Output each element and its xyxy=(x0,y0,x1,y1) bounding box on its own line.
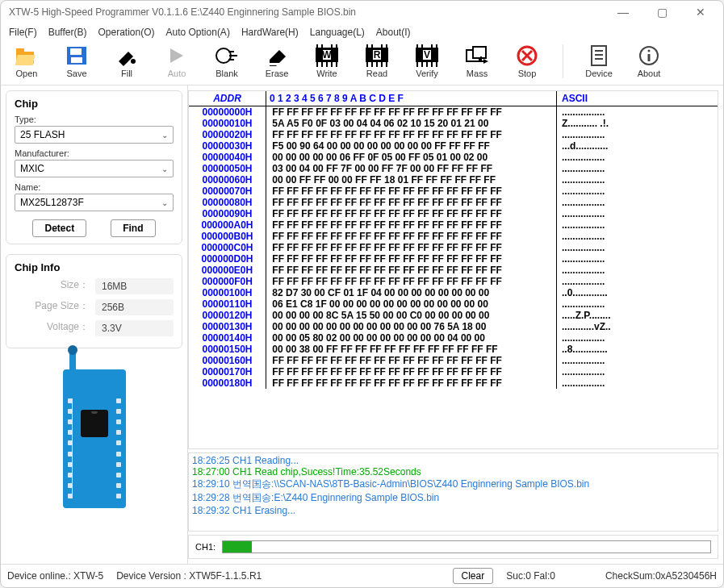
svg-marker-51 xyxy=(483,59,488,64)
hex-row: 00000170H FF FF FF FF FF FF FF FF FF FF … xyxy=(189,366,718,377)
chip-panel: Chip Type: 25 FLASH⌄ Manufacturer: MXIC⌄… xyxy=(6,90,182,244)
chip-heading: Chip xyxy=(15,98,174,110)
close-button[interactable]: ✕ xyxy=(686,6,715,19)
save-icon xyxy=(64,44,90,67)
svg-marker-7 xyxy=(170,48,183,63)
hex-row: 000000C0H FF FF FF FF FF FF FF FF FF FF … xyxy=(189,242,718,253)
hex-viewer[interactable]: ADDR 0 1 2 3 4 5 6 7 8 9 A B C D E F ASC… xyxy=(188,90,718,449)
menu-item[interactable]: Operation(O) xyxy=(98,27,154,38)
menu-item[interactable]: About(I) xyxy=(376,27,411,38)
status-checksum: CheckSum:0xA5230456H xyxy=(605,570,717,582)
hex-row: 00000050H 03 00 04 00 FF 7F 00 00 FF 7F … xyxy=(189,163,718,174)
svg-rect-5 xyxy=(71,57,82,63)
svg-rect-1 xyxy=(16,48,24,53)
about-button[interactable]: About xyxy=(631,44,667,78)
minimize-button[interactable]: — xyxy=(609,6,638,19)
svg-text:W: W xyxy=(322,49,332,60)
progress-bar xyxy=(222,540,711,553)
read-button[interactable]: R Read xyxy=(359,44,395,78)
auto-icon xyxy=(164,44,190,67)
type-select[interactable]: 25 FLASH⌄ xyxy=(15,126,174,144)
svg-rect-12 xyxy=(268,63,279,65)
log-line: 18:27:00 CH1 Read chip,Sucess!Time:35.52… xyxy=(192,466,714,477)
hex-row: 00000070H FF FF FF FF FF FF FF FF FF FF … xyxy=(189,186,718,197)
name-label: Name: xyxy=(15,182,174,192)
chevron-down-icon: ⌄ xyxy=(161,131,168,140)
read-icon: R xyxy=(364,44,390,67)
svg-text:R: R xyxy=(374,49,381,60)
device-icon xyxy=(586,44,612,67)
chip-info-panel: Chip Info Size：16MBPage Size：256BVoltage… xyxy=(6,254,182,348)
verify-button[interactable]: V Verify xyxy=(409,44,445,78)
open-icon xyxy=(14,44,40,67)
maximize-button[interactable]: ▢ xyxy=(647,6,676,19)
menu-item[interactable]: Buffer(B) xyxy=(48,27,87,38)
save-button[interactable]: Save xyxy=(59,44,94,78)
clear-button[interactable]: Clear xyxy=(453,568,494,584)
open-button[interactable]: Open xyxy=(9,44,44,78)
fill-button[interactable]: Fill xyxy=(109,44,144,78)
svg-rect-2 xyxy=(15,55,36,65)
hex-row: 00000180H FF FF FF FF FF FF FF FF FF FF … xyxy=(189,377,718,389)
hex-row: 00000120H 00 00 00 00 8C 5A 15 50 00 00 … xyxy=(189,310,718,321)
hex-row: 00000060H 00 00 FF FF 00 00 FF FF 18 01 … xyxy=(189,174,718,186)
toolbar: OpenSaveFillAutoBlankErase W Write R Rea… xyxy=(1,41,723,85)
detect-button[interactable]: Detect xyxy=(32,219,86,237)
name-select[interactable]: MX25L12873F⌄ xyxy=(15,194,174,211)
svg-rect-4 xyxy=(70,48,82,55)
hex-row: 000000B0H FF FF FF FF FF FF FF FF FF FF … xyxy=(189,231,718,242)
hex-row: 00000000H FF FF FF FF FF FF FF FF FF FF … xyxy=(189,106,718,118)
hex-row: 00000080H FF FF FF FF FF FF FF FF FF FF … xyxy=(189,197,718,208)
stop-button[interactable]: Stop xyxy=(509,44,545,78)
zif-socket-graphic xyxy=(1,353,187,564)
manufacturer-select[interactable]: MXIC⌄ xyxy=(15,160,174,177)
menu-item[interactable]: Language(L) xyxy=(310,27,365,38)
hex-row: 00000140H 00 00 05 80 02 00 00 00 00 00 … xyxy=(189,332,718,344)
stop-icon xyxy=(514,44,540,67)
hex-row: 00000040H 00 00 00 00 00 06 FF 0F 05 00 … xyxy=(189,152,718,163)
svg-text:V: V xyxy=(424,49,430,60)
svg-point-8 xyxy=(216,48,231,63)
hex-row: 00000130H 00 00 00 00 00 00 00 00 00 00 … xyxy=(189,321,718,332)
blank-button[interactable]: Blank xyxy=(209,44,245,78)
erase-button[interactable]: Erase xyxy=(259,44,295,78)
progress-row: CH1: xyxy=(188,535,718,559)
statusbar: Device online.: XTW-5 Device Version : X… xyxy=(1,564,723,587)
verify-icon: V xyxy=(414,44,440,67)
menu-item[interactable]: HardWare(H) xyxy=(241,27,299,38)
hex-row: 000000F0H FF FF FF FF FF FF FF FF FF FF … xyxy=(189,276,718,287)
window-title: XTW-5 High-Speed Programmer V0.1.1.6 E:\… xyxy=(9,6,609,18)
type-label: Type: xyxy=(15,115,174,124)
chip-info-row: Voltage：3.3V xyxy=(15,320,174,336)
menu-item[interactable]: File(F) xyxy=(9,27,37,38)
svg-rect-61 xyxy=(648,54,651,61)
hex-row: 00000030H F5 00 90 64 00 00 00 00 00 00 … xyxy=(189,140,718,152)
hex-row: 00000090H FF FF FF FF FF FF FF FF FF FF … xyxy=(189,208,718,219)
hex-ascii-header: ASCII xyxy=(557,91,718,106)
log-line: 18:29:32 CH1 Erasing... xyxy=(192,505,714,516)
svg-rect-50 xyxy=(473,47,486,58)
chip-info-heading: Chip Info xyxy=(15,261,174,273)
erase-icon xyxy=(264,44,290,67)
log-line: 18:29:10 번역国송:\\SCAN-NAS\8TB-Basic-Admin… xyxy=(192,477,714,491)
blank-icon xyxy=(214,44,240,67)
log-panel[interactable]: 18:26:25 CH1 Reading...18:27:00 CH1 Read… xyxy=(188,452,718,532)
hex-addr-header: ADDR xyxy=(189,91,266,106)
menu-item[interactable]: Auto Option(A) xyxy=(166,27,230,38)
about-icon xyxy=(636,44,662,67)
log-line: 18:29:28 번역国송:E:\Z440 Enginnering Sample… xyxy=(192,491,714,505)
chevron-down-icon: ⌄ xyxy=(161,198,168,207)
write-button[interactable]: W Write xyxy=(309,44,345,78)
hex-row: 00000010H 5A A5 F0 0F 03 00 04 04 06 02 … xyxy=(189,118,718,129)
hex-row: 000000D0H FF FF FF FF FF FF FF FF FF FF … xyxy=(189,253,718,265)
svg-point-60 xyxy=(648,50,651,52)
status-online: Device online.: XTW-5 xyxy=(7,570,103,582)
chip-info-row: Page Size：256B xyxy=(15,299,174,315)
find-button[interactable]: Find xyxy=(111,219,155,237)
device-button[interactable]: Device xyxy=(581,44,617,78)
titlebar: XTW-5 High-Speed Programmer V0.1.1.6 E:\… xyxy=(1,1,723,23)
menubar: File(F)Buffer(B)Operation(O)Auto Option(… xyxy=(1,23,723,41)
hex-row: 00000100H 82 D7 30 00 CF 01 1F 04 00 00 … xyxy=(189,287,718,298)
hex-row: 00000150H 00 00 38 00 FF FF FF FF FF FF … xyxy=(189,344,718,355)
mass-button[interactable]: Mass xyxy=(459,44,495,78)
